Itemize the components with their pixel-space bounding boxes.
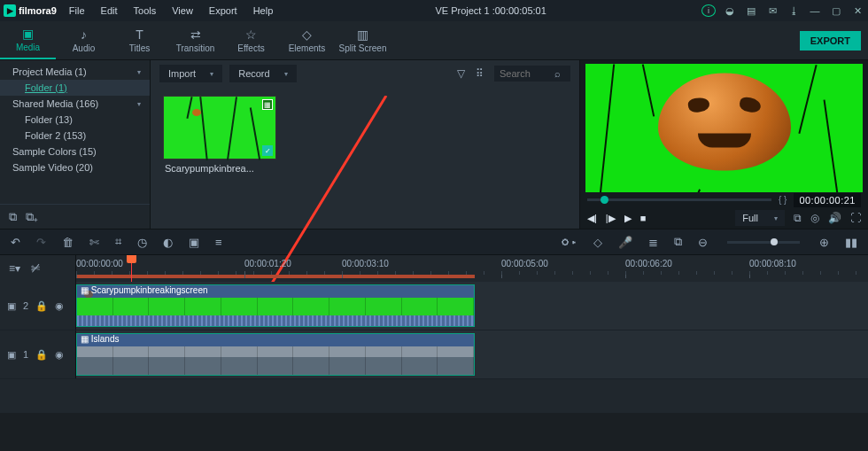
zoom-in-icon[interactable]: ⊕ — [819, 236, 829, 249]
tab-transition[interactable]: ⇄Transition — [167, 21, 223, 59]
greenscreen-icon[interactable]: ▣ — [189, 236, 199, 249]
clip-marker-icon: ▦ — [262, 99, 273, 110]
menu-help[interactable]: Help — [246, 3, 281, 19]
ruler-tools: ≡▾ ✄̸ — [0, 255, 76, 282]
visibility-icon[interactable]: ◉ — [55, 349, 64, 361]
search-icon[interactable]: ⌕ — [554, 68, 561, 79]
record-dropdown[interactable]: Record▾ — [229, 65, 296, 82]
track-body[interactable]: ▦ Islands — [76, 330, 868, 378]
minimize-icon[interactable]: — — [808, 5, 822, 16]
edit-toolbar: ↶ ↷ 🗑 ✄ ⌗ ◷ ◐ ▣ ≡ ⭘▸ ◇ 🎤 ≣ ⧉ ⊖ ⊕ ▮▮ — [0, 229, 868, 255]
play-icon[interactable]: ▶ — [624, 213, 632, 224]
prev-frame-icon[interactable]: ◀| — [587, 213, 597, 224]
media-grid: ▦ ✓ Scarypumpkinbrea... — [151, 87, 579, 229]
media-thumbnail[interactable]: ▦ ✓ Scarypumpkinbrea... — [163, 96, 276, 177]
adjust-icon[interactable]: ≡ — [215, 236, 222, 249]
render-icon[interactable]: ⭘▸ — [560, 236, 577, 249]
next-frame-icon[interactable]: |▶ — [606, 213, 616, 224]
search-input[interactable]: ⌕ — [494, 66, 570, 82]
tree-item[interactable]: Folder (1) — [0, 80, 150, 96]
thumbnail-label: Scarypumpkinbrea... — [163, 159, 276, 177]
new-folder-icon[interactable]: ⧉ — [9, 210, 17, 224]
undo-icon[interactable]: ↶ — [11, 236, 20, 249]
playhead[interactable]: ✄ — [131, 255, 132, 282]
logo-mark-icon: ▶ — [4, 4, 16, 17]
tree-item[interactable]: Sample Video (20) — [0, 159, 150, 175]
volume-icon[interactable]: 🔊 — [828, 212, 841, 224]
menu-export[interactable]: Export — [202, 3, 244, 19]
preview-panel: { } 00:00:00:21 ◀| |▶ ▶ ■ Full▾ ⧉ ◎ 🔊 ⛶ — [579, 60, 868, 229]
main-tabs-row: ▣Media♪AudioTTitles⇄Transition☆Effects◇E… — [0, 21, 868, 60]
menu-view[interactable]: View — [165, 3, 200, 19]
speed-icon[interactable]: ◷ — [137, 236, 147, 249]
maximize-icon[interactable]: ▢ — [829, 5, 843, 17]
media-toolbar: Import▾ Record▾ ▽ ⠿ ⌕ — [151, 60, 579, 87]
user-icon[interactable]: ◒ — [723, 5, 737, 17]
quality-select[interactable]: Full▾ — [735, 210, 785, 226]
tree-item[interactable]: Sample Colors (15) — [0, 144, 150, 159]
info-icon[interactable]: i — [701, 4, 716, 17]
notes-icon[interactable]: ▤ — [744, 5, 758, 17]
ruler-tick: 00:00:08:10 — [749, 259, 796, 268]
mixer-icon[interactable]: ≣ — [648, 236, 658, 249]
filter-icon[interactable]: ▽ — [457, 67, 465, 80]
tab-split-screen[interactable]: ▥Split Screen — [335, 21, 391, 59]
tab-effects[interactable]: ☆Effects — [223, 21, 279, 59]
tab-titles[interactable]: TTitles — [112, 21, 167, 59]
import-dropdown[interactable]: Import▾ — [159, 65, 222, 82]
marker-icon[interactable]: ◇ — [593, 236, 602, 249]
camera-icon[interactable]: ◎ — [810, 212, 819, 224]
lock-icon[interactable]: 🔒 — [35, 349, 48, 361]
tracks: ▣2🔒◉▦ Scarypumpkinbreakingscreen▣1🔒◉▦ Is… — [0, 282, 868, 413]
tree-bottom-actions: ⧉ ⧉₊ — [0, 204, 150, 229]
clip-label: ▦ Islands — [77, 334, 474, 346]
search-field[interactable] — [500, 68, 549, 79]
snapshot-monitor-icon[interactable]: ⧉ — [794, 212, 802, 224]
tab-media[interactable]: ▣Media — [0, 21, 56, 59]
magnet-icon[interactable]: ✄̸ — [31, 262, 40, 275]
tree-item[interactable]: Folder 2 (153) — [0, 128, 150, 144]
zoom-fit-icon[interactable]: ▮▮ — [845, 236, 857, 249]
export-button[interactable]: EXPORT — [800, 31, 861, 51]
tab-elements[interactable]: ◇Elements — [279, 21, 335, 59]
app-logo: ▶ filmora9 — [4, 4, 57, 17]
voiceover-icon[interactable]: 🎤 — [618, 236, 632, 249]
folder-add-icon[interactable]: ⧉₊ — [26, 210, 37, 224]
tab-audio[interactable]: ♪Audio — [56, 21, 112, 59]
timeline-clip[interactable]: ▦ Scarypumpkinbreakingscreen — [76, 284, 475, 327]
menu-file[interactable]: File — [62, 3, 92, 19]
cut-icon[interactable]: ✄ — [89, 236, 99, 249]
crop-icon[interactable]: ⌗ — [115, 235, 121, 249]
track-menu-icon[interactable]: ≡▾ — [9, 262, 20, 275]
tree-item[interactable]: Project Media (1)▾ — [0, 64, 150, 80]
zoom-slider[interactable] — [727, 241, 800, 244]
lock-icon[interactable]: 🔒 — [35, 300, 48, 312]
tree-item[interactable]: Folder (13) — [0, 112, 150, 128]
grid-view-icon[interactable]: ⠿ — [476, 67, 484, 80]
track-type-icon: ▣ — [7, 300, 16, 312]
color-icon[interactable]: ◐ — [163, 236, 173, 249]
in-out-braces[interactable]: { } — [779, 195, 787, 205]
fullscreen-icon[interactable]: ⛶ — [850, 212, 861, 224]
link-icon[interactable]: ⧉ — [674, 235, 682, 249]
download-icon[interactable]: ⭳ — [787, 5, 801, 16]
close-icon[interactable]: ✕ — [850, 5, 864, 17]
delete-icon[interactable]: 🗑 — [62, 236, 74, 249]
menu-tools[interactable]: Tools — [127, 3, 164, 19]
track-body[interactable]: ▦ Scarypumpkinbreakingscreen — [76, 282, 868, 330]
time-ruler[interactable]: ✄ 00:00:00:0000:00:01:2000:00:03:1000:00… — [76, 255, 868, 282]
thumbnail-image: ▦ ✓ — [163, 96, 276, 159]
stop-icon[interactable]: ■ — [640, 213, 647, 223]
zoom-out-icon[interactable]: ⊖ — [698, 236, 708, 249]
ruler-tick: 00:00:06:20 — [625, 259, 672, 268]
tree-item[interactable]: Shared Media (166)▾ — [0, 96, 150, 112]
timeline-clip[interactable]: ▦ Islands — [76, 333, 475, 376]
mail-icon[interactable]: ✉ — [765, 5, 779, 17]
redo-icon[interactable]: ↷ — [36, 236, 46, 249]
media-tree: Project Media (1)▾Folder (1)Shared Media… — [0, 60, 150, 204]
scrub-bar[interactable] — [587, 198, 771, 201]
preview-viewport[interactable] — [585, 64, 863, 192]
selected-check-icon: ✓ — [262, 145, 273, 156]
visibility-icon[interactable]: ◉ — [55, 300, 64, 312]
menu-edit[interactable]: Edit — [94, 3, 125, 19]
